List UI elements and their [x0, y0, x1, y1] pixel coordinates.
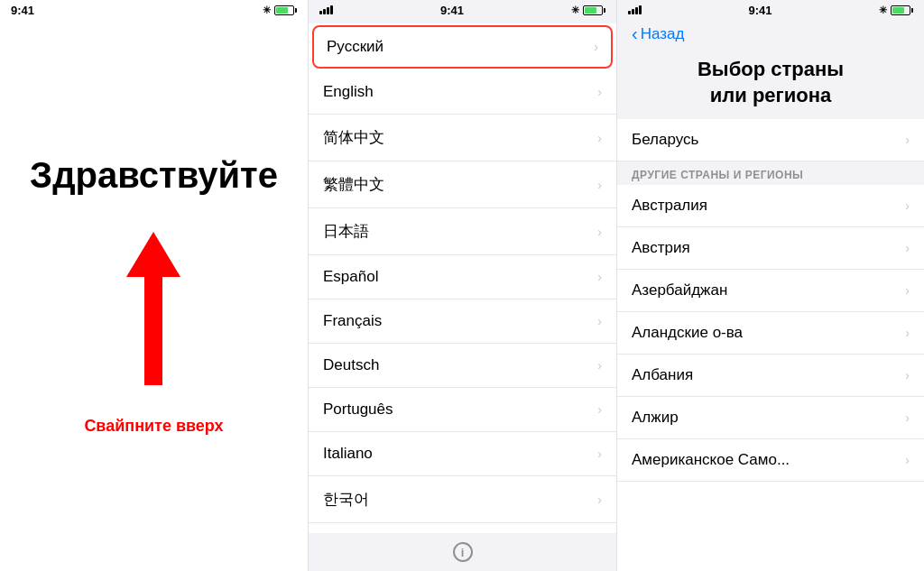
language-item-italian[interactable]: Italiano › [309, 432, 616, 476]
status-time-1: 9:41 [11, 4, 34, 17]
country-item-albania[interactable]: Албания › [617, 355, 924, 397]
language-item-portuguese[interactable]: Português › [309, 388, 616, 432]
chevron-icon: › [905, 198, 910, 213]
language-label: 한국어 [323, 489, 369, 510]
chevron-icon: › [905, 410, 910, 425]
back-navigation: ‹ Назад [617, 20, 924, 51]
language-label: Русский [327, 38, 383, 56]
info-icon[interactable]: i [453, 542, 473, 562]
country-title: Выбор страны или региона [617, 51, 924, 119]
chevron-icon: › [597, 314, 602, 328]
battery-icon-3 [891, 5, 913, 15]
country-item-algeria[interactable]: Алжир › [617, 397, 924, 439]
other-countries-header: ДРУГИЕ СТРАНЫ И РЕГИОНЫ [617, 161, 924, 185]
swipe-text: Свайпните вверх [84, 417, 223, 436]
chevron-icon: › [905, 326, 910, 340]
bluetooth-icon-3: ✳ [879, 5, 887, 16]
country-label: Австралия [632, 197, 707, 215]
country-label: Азербайджан [632, 281, 727, 299]
status-time-3: 9:41 [748, 4, 772, 17]
country-panel: 9:41 ✳ ‹ Назад Выбор страны или региона … [617, 0, 924, 571]
country-label: Австрия [632, 239, 690, 257]
status-icons-3: ✳ [879, 5, 913, 16]
language-item-russian[interactable]: Русский › [312, 25, 613, 69]
country-label: Албания [632, 366, 693, 384]
chevron-icon: › [597, 493, 602, 507]
status-time-2: 9:41 [440, 4, 464, 17]
back-label: Назад [641, 25, 685, 43]
chevron-icon: › [597, 402, 602, 417]
chevron-icon: › [597, 178, 602, 192]
arrow-up-icon [126, 232, 180, 277]
info-row: i [309, 533, 616, 571]
language-label: Italiano [323, 445, 373, 463]
chevron-icon: › [905, 453, 910, 467]
hello-panel: 9:41 ✳ Здравствуйте Свайпните вверх [0, 0, 309, 571]
back-chevron-icon: ‹ [632, 23, 638, 44]
country-label: Аландские о-ва [632, 324, 743, 342]
hello-text: Здравствуйте [30, 155, 278, 196]
chevron-icon: › [597, 447, 602, 461]
country-label: Беларусь [632, 131, 698, 149]
language-label: Português [323, 401, 393, 419]
chevron-icon: › [597, 358, 602, 373]
country-item-azerbaijan[interactable]: Азербайджан › [617, 270, 924, 312]
country-label: Алжир [632, 409, 679, 427]
language-label: Français [323, 312, 382, 330]
language-item-chinese-traditional[interactable]: 繁體中文 › [309, 161, 616, 208]
chevron-icon: › [905, 283, 910, 298]
language-label: 日本語 [323, 221, 369, 242]
language-item-german[interactable]: Deutsch › [309, 344, 616, 388]
language-item-english[interactable]: English › [309, 70, 616, 115]
status-bar-2: 9:41 ✳ [309, 0, 616, 20]
swipe-arrow [126, 232, 180, 385]
language-label: Deutsch [323, 356, 379, 374]
country-item-austria[interactable]: Австрия › [617, 227, 924, 270]
status-icons-2: ✳ [571, 5, 605, 16]
language-label: English [323, 83, 374, 101]
language-list: Русский › English › 简体中文 › 繁體中文 › 日本語 › … [309, 23, 616, 533]
chevron-icon: › [905, 241, 910, 255]
chevron-icon: › [905, 133, 910, 147]
language-label: Español [323, 268, 378, 286]
country-list: Беларусь › ДРУГИЕ СТРАНЫ И РЕГИОНЫ Австр… [617, 119, 924, 571]
language-item-chinese-simplified[interactable]: 简体中文 › [309, 115, 616, 161]
language-panel: 9:41 ✳ Русский › English › 简体中文 › 繁體中文 [309, 0, 617, 571]
language-item-korean[interactable]: 한국어 › [309, 476, 616, 523]
chevron-icon: › [597, 225, 602, 239]
language-label: 简体中文 [323, 127, 384, 148]
bluetooth-icon: ✳ [263, 5, 271, 16]
chevron-icon: › [597, 85, 602, 99]
back-button[interactable]: ‹ Назад [632, 23, 684, 44]
language-label: 繁體中文 [323, 174, 384, 195]
country-item-belarus[interactable]: Беларусь › [617, 119, 924, 161]
bluetooth-icon-2: ✳ [571, 5, 579, 16]
battery-icon-1 [274, 5, 297, 15]
status-icons-1: ✳ [263, 5, 297, 16]
arrow-shaft [144, 277, 162, 385]
battery-icon-2 [583, 5, 605, 15]
country-label: Американское Само... [632, 451, 790, 469]
chevron-icon: › [594, 40, 598, 54]
language-item-french[interactable]: Français › [309, 299, 616, 344]
signal-icon-3 [628, 5, 642, 14]
country-item-australia[interactable]: Австралия › [617, 185, 924, 227]
status-bar-1: 9:41 ✳ [0, 0, 308, 20]
language-item-japanese[interactable]: 日本語 › [309, 208, 616, 255]
status-bar-3: 9:41 ✳ [617, 0, 924, 20]
signal-icon-2 [319, 5, 333, 14]
country-item-aland[interactable]: Аландские о-ва › [617, 312, 924, 355]
language-item-spanish[interactable]: Español › [309, 255, 616, 299]
country-item-american-samoa[interactable]: Американское Само... › [617, 439, 924, 482]
chevron-icon: › [597, 270, 602, 284]
chevron-icon: › [905, 368, 910, 382]
chevron-icon: › [597, 131, 602, 145]
